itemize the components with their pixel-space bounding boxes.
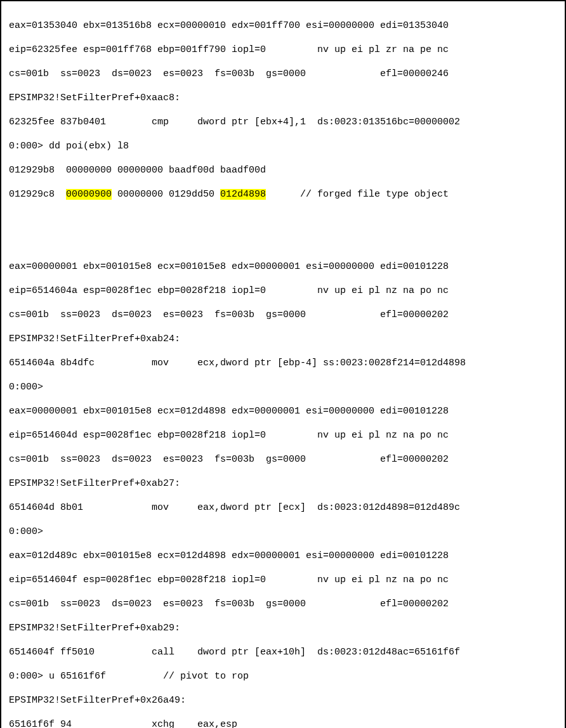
debugger-output: eax=01353040 ebx=013516b8 ecx=00000010 e… xyxy=(0,0,566,728)
reg-line: eip=6514604a esp=0028f1ec ebp=0028f218 i… xyxy=(9,285,557,297)
reg-line: eax=012d489c ebx=001015e8 ecx=012d4898 e… xyxy=(9,550,557,562)
reg-line: cs=001b ss=0023 ds=0023 es=0023 fs=003b … xyxy=(9,598,557,610)
disasm-line: 62325fee 837b0401 cmp dword ptr [ebx+4],… xyxy=(9,116,557,128)
reg-line: cs=001b ss=0023 ds=0023 es=0023 fs=003b … xyxy=(9,68,557,80)
prompt-line: 0:000> dd poi(ebx) l8 xyxy=(9,140,557,152)
blank-line xyxy=(9,237,557,249)
reg-line: eip=6514604d esp=0028f1ec ebp=0028f218 i… xyxy=(9,429,557,441)
highlight-value: 012d4898 xyxy=(220,189,266,200)
reg-line: eax=01353040 ebx=013516b8 ecx=00000010 e… xyxy=(9,20,557,32)
disasm-line: 6514604a 8b4dfc mov ecx,dword ptr [ebp-4… xyxy=(9,357,557,369)
reg-line: cs=001b ss=0023 ds=0023 es=0023 fs=003b … xyxy=(9,309,557,321)
symbol-line: EPSIMP32!SetFilterPref+0xaac8: xyxy=(9,92,557,104)
prompt-line: 0:000> u 65161f6f // pivot to rop xyxy=(9,670,557,682)
blank-line xyxy=(9,212,557,224)
symbol-line: EPSIMP32!SetFilterPref+0xab29: xyxy=(9,622,557,634)
disasm-line: 6514604f ff5010 call dword ptr [eax+10h]… xyxy=(9,646,557,658)
reg-line: eax=00000001 ebx=001015e8 ecx=001015e8 e… xyxy=(9,261,557,273)
prompt-line: 0:000> xyxy=(9,526,557,538)
disasm-line: 65161f6f 94 xchg eax,esp xyxy=(9,718,557,728)
prompt-line: 0:000> xyxy=(9,381,557,393)
symbol-line: EPSIMP32!SetFilterPref+0xab24: xyxy=(9,333,557,345)
symbol-line: EPSIMP32!SetFilterPref+0xab27: xyxy=(9,478,557,490)
reg-line: eip=62325fee esp=001ff768 ebp=001ff790 i… xyxy=(9,44,557,56)
memory-line: 012929b8 00000000 00000000 baadf00d baad… xyxy=(9,164,557,176)
highlight-value: 00000900 xyxy=(66,189,112,200)
reg-line: eax=00000001 ebx=001015e8 ecx=012d4898 e… xyxy=(9,405,557,417)
reg-line: eip=6514604f esp=0028f1ec ebp=0028f218 i… xyxy=(9,574,557,586)
symbol-line: EPSIMP32!SetFilterPref+0x26a49: xyxy=(9,694,557,706)
reg-line: cs=001b ss=0023 ds=0023 es=0023 fs=003b … xyxy=(9,453,557,465)
memory-line-highlighted: 012929c8 00000900 00000000 0129dd50 012d… xyxy=(9,188,557,200)
disasm-line: 6514604d 8b01 mov eax,dword ptr [ecx] ds… xyxy=(9,502,557,514)
